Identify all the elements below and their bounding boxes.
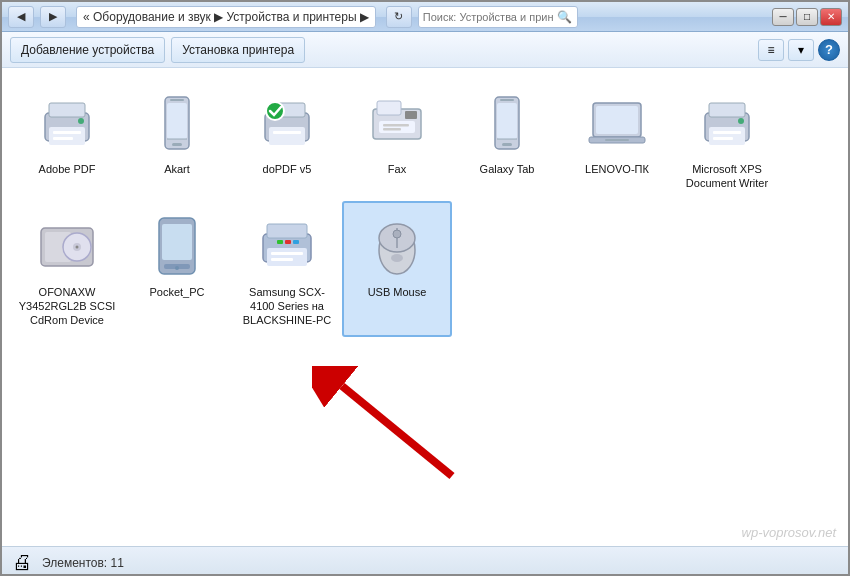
device-item-pocket-pc[interactable]: Pocket_PC — [122, 201, 232, 338]
device-item-lenovo-pk[interactable]: LENOVO-ПК — [562, 78, 672, 201]
adobe-pdf-label: Adobe PDF — [39, 162, 96, 176]
svg-rect-2 — [49, 127, 85, 145]
content-area: Adobe PDF Akart doPDF v5 Fax G — [2, 68, 848, 546]
ms-xps-icon — [692, 88, 762, 158]
help-button[interactable]: ? — [818, 39, 840, 61]
svg-line-60 — [342, 386, 452, 476]
arrow-annotation — [312, 366, 472, 486]
svg-rect-3 — [53, 131, 81, 134]
svg-point-36 — [738, 118, 744, 124]
device-item-fax[interactable]: Fax — [342, 78, 452, 201]
device-item-akart[interactable]: Akart — [122, 78, 232, 201]
svg-rect-32 — [709, 103, 745, 117]
svg-rect-43 — [162, 224, 192, 260]
title-bar: ◀ ▶ « Оборудование и звук ▶ Устройства и… — [2, 2, 848, 32]
galaxy-tab-icon — [472, 88, 542, 158]
lenovo-pk-label: LENOVO-ПК — [585, 162, 649, 176]
svg-rect-19 — [383, 124, 409, 127]
dopdf-icon — [252, 88, 322, 158]
svg-rect-28 — [596, 106, 638, 134]
svg-point-15 — [266, 102, 284, 120]
address-bar[interactable]: « Оборудование и звук ▶ Устройства и при… — [76, 6, 376, 28]
usb-mouse-label: USB Mouse — [368, 285, 427, 299]
svg-rect-13 — [269, 127, 305, 145]
device-item-dopdf[interactable]: doPDF v5 — [232, 78, 342, 201]
title-bar-left: ◀ ▶ « Оборудование и звук ▶ Устройства и… — [8, 6, 578, 28]
device-item-adobe-pdf[interactable]: Adobe PDF — [12, 78, 122, 201]
galaxy-tab-label: Galaxy Tab — [480, 162, 535, 176]
devices-grid: Adobe PDF Akart doPDF v5 Fax G — [12, 78, 838, 337]
ms-xps-label: Microsoft XPS Document Writer — [678, 162, 776, 191]
svg-rect-49 — [271, 252, 303, 255]
svg-rect-8 — [172, 143, 182, 146]
minimize-button[interactable]: ─ — [772, 8, 794, 26]
device-item-ms-xps[interactable]: Microsoft XPS Document Writer — [672, 78, 782, 201]
svg-rect-33 — [709, 127, 745, 145]
search-bar[interactable]: 🔍 — [418, 6, 578, 28]
pocket-pc-icon — [142, 211, 212, 281]
close-button[interactable]: ✕ — [820, 8, 842, 26]
svg-rect-7 — [167, 103, 187, 139]
toolbar: Добавление устройства Установка принтера… — [2, 32, 848, 68]
svg-point-57 — [393, 230, 401, 238]
status-text: Элементов: 11 — [42, 556, 124, 570]
view-dropdown-button[interactable]: ▾ — [788, 39, 814, 61]
device-item-galaxy-tab[interactable]: Galaxy Tab — [452, 78, 562, 201]
watermark-text: wp-voprosov.net — [742, 525, 836, 540]
svg-rect-51 — [285, 240, 291, 244]
svg-rect-14 — [273, 131, 301, 134]
svg-rect-1 — [49, 103, 85, 117]
svg-point-41 — [76, 245, 79, 248]
refresh-button[interactable]: ↻ — [386, 6, 412, 28]
svg-rect-17 — [377, 101, 401, 115]
svg-rect-52 — [293, 240, 299, 244]
add-printer-button[interactable]: Установка принтера — [171, 37, 305, 63]
lenovo-pk-icon — [582, 88, 652, 158]
device-item-usb-mouse[interactable]: USB Mouse — [342, 201, 452, 338]
fax-icon — [362, 88, 432, 158]
svg-rect-18 — [379, 121, 415, 133]
svg-rect-21 — [405, 111, 417, 119]
search-icon: 🔍 — [557, 10, 572, 24]
view-button[interactable]: ≡ — [758, 39, 784, 61]
svg-point-58 — [391, 254, 403, 262]
dopdf-label: doPDF v5 — [263, 162, 312, 176]
window-controls: ─ □ ✕ — [772, 8, 842, 26]
svg-rect-35 — [713, 137, 733, 140]
device-item-ofonaxw[interactable]: OFONAXW Y3452RGL2B SCSI CdRom Device — [12, 201, 122, 338]
svg-rect-23 — [497, 103, 517, 139]
fax-label: Fax — [388, 162, 406, 176]
svg-rect-25 — [500, 99, 514, 101]
add-device-button[interactable]: Добавление устройства — [10, 37, 165, 63]
ofonaxw-icon — [32, 211, 102, 281]
svg-point-45 — [175, 266, 179, 270]
svg-rect-24 — [502, 143, 512, 146]
status-icon: 🖨 — [12, 551, 32, 574]
akart-label: Akart — [164, 162, 190, 176]
usb-mouse-icon — [362, 211, 432, 281]
search-input[interactable] — [423, 11, 553, 23]
device-item-samsung[interactable]: Samsung SCX-4100 Series на BLACKSHINE-PC — [232, 201, 342, 338]
status-bar: 🖨 Элементов: 11 — [2, 546, 848, 576]
akart-icon — [142, 88, 212, 158]
adobe-pdf-icon — [32, 88, 102, 158]
samsung-label: Samsung SCX-4100 Series на BLACKSHINE-PC — [238, 285, 336, 328]
back-button[interactable]: ◀ — [8, 6, 34, 28]
forward-button[interactable]: ▶ — [40, 6, 66, 28]
address-text: « Оборудование и звук ▶ Устройства и при… — [83, 10, 369, 24]
samsung-icon — [252, 211, 322, 281]
svg-rect-4 — [53, 137, 73, 140]
svg-rect-34 — [713, 131, 741, 134]
svg-rect-30 — [605, 139, 629, 141]
toolbar-right: ≡ ▾ ? — [758, 39, 840, 61]
svg-rect-9 — [170, 99, 184, 101]
ofonaxw-label: OFONAXW Y3452RGL2B SCSI CdRom Device — [18, 285, 116, 328]
svg-rect-48 — [267, 248, 307, 266]
svg-rect-53 — [277, 240, 283, 244]
pocket-pc-label: Pocket_PC — [149, 285, 204, 299]
svg-rect-47 — [267, 224, 307, 238]
maximize-button[interactable]: □ — [796, 8, 818, 26]
svg-point-5 — [78, 118, 84, 124]
svg-rect-20 — [383, 128, 401, 131]
svg-rect-50 — [271, 258, 293, 261]
